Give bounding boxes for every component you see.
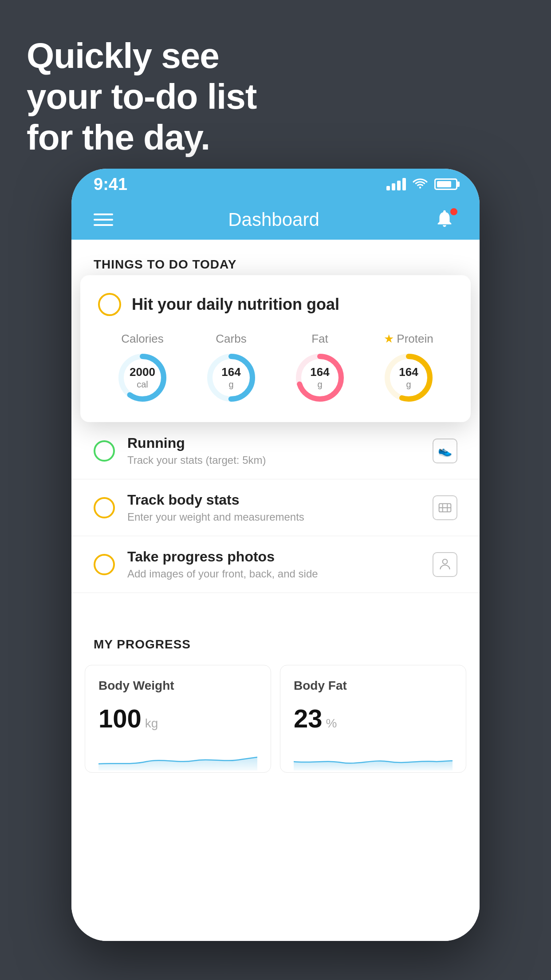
carbs-label: Carbs: [216, 332, 246, 346]
body-fat-unit: %: [326, 716, 337, 731]
nutrition-protein: ★ Protein 164 g: [382, 332, 435, 404]
body-fat-chart: [294, 744, 453, 771]
carbs-unit: g: [221, 379, 240, 390]
protein-donut: 164 g: [382, 351, 435, 404]
nav-title: Dashboard: [228, 209, 319, 230]
headline-line2: your to-do list: [27, 76, 256, 117]
fat-donut: 164 g: [293, 351, 346, 404]
progress-section-title: MY PROGRESS: [85, 637, 466, 652]
list-item-body-stats[interactable]: Track body stats Enter your weight and m…: [71, 479, 480, 536]
running-subtitle: Track your stats (target: 5km): [127, 454, 457, 466]
calories-label: Calories: [121, 332, 163, 346]
body-fat-card[interactable]: Body Fat 23 %: [280, 665, 466, 773]
fat-unit: g: [310, 379, 329, 390]
fat-label: Fat: [311, 332, 328, 346]
body-weight-card-title: Body Weight: [98, 679, 257, 693]
status-time: 9:41: [94, 175, 127, 194]
photos-title: Take progress photos: [127, 549, 457, 565]
nutrition-card: Hit your daily nutrition goal Calories 2…: [80, 275, 471, 422]
nutrition-fat: Fat 164 g: [293, 332, 346, 404]
list-item-running[interactable]: Running Track your stats (target: 5km) 👟: [71, 423, 480, 479]
person-icon-box: [433, 552, 457, 577]
protein-star-icon: ★: [384, 332, 394, 346]
body-weight-value: 100: [98, 703, 142, 733]
calories-value: 2000: [130, 365, 155, 379]
body-stats-title: Track body stats: [127, 492, 457, 508]
body-fat-card-title: Body Fat: [294, 679, 453, 693]
signal-bars-icon: [386, 178, 406, 190]
nutrition-carbs: Carbs 164 g: [205, 332, 258, 404]
progress-section: MY PROGRESS Body Weight 100 kg: [71, 620, 480, 786]
nav-bar: Dashboard: [71, 200, 480, 240]
phone-content: THINGS TO DO TODAY Hit your daily nutrit…: [71, 240, 480, 941]
nutrition-calories: Calories 2000 cal: [116, 332, 169, 404]
svg-point-12: [443, 559, 448, 564]
calories-unit: cal: [130, 379, 155, 390]
wifi-icon: [412, 176, 428, 193]
card-header-row: Hit your daily nutrition goal: [98, 293, 453, 316]
headline-line1: Quickly see: [27, 36, 256, 76]
person-icon: [438, 557, 452, 572]
calories-donut: 2000 cal: [116, 351, 169, 404]
nutrition-items-row: Calories 2000 cal Carbs: [98, 332, 453, 404]
running-icon-box: 👟: [433, 439, 457, 463]
nutrition-check-circle[interactable]: [98, 293, 121, 316]
headline-line3: for the day.: [27, 117, 256, 158]
photos-check-circle: [94, 554, 115, 575]
protein-label: ★ Protein: [384, 332, 433, 346]
carbs-value: 164: [221, 365, 240, 379]
todo-list: Running Track your stats (target: 5km) 👟…: [71, 423, 480, 593]
things-to-do-section: THINGS TO DO TODAY: [71, 240, 480, 281]
running-check-circle: [94, 440, 115, 462]
status-icons: [386, 176, 457, 193]
body-weight-unit: kg: [145, 716, 158, 731]
body-stats-subtitle: Enter your weight and measurements: [127, 511, 457, 523]
body-stats-check-circle: [94, 497, 115, 518]
battery-icon: [434, 178, 457, 190]
fat-value: 164: [310, 365, 329, 379]
notification-dot: [450, 208, 457, 215]
protein-value: 164: [399, 365, 418, 379]
progress-cards-row: Body Weight 100 kg: [85, 665, 466, 773]
body-fat-value: 23: [294, 703, 323, 733]
nutrition-card-title: Hit your daily nutrition goal: [132, 295, 339, 314]
carbs-donut: 164 g: [205, 351, 258, 404]
things-to-do-title: THINGS TO DO TODAY: [94, 257, 236, 271]
body-weight-card[interactable]: Body Weight 100 kg: [85, 665, 271, 773]
headline: Quickly see your to-do list for the day.: [27, 36, 256, 158]
shoe-icon: 👟: [438, 444, 452, 458]
list-item-progress-photos[interactable]: Take progress photos Add images of your …: [71, 536, 480, 593]
protein-unit: g: [399, 379, 418, 390]
notification-bell-icon[interactable]: [434, 208, 457, 231]
hamburger-menu[interactable]: [94, 213, 113, 226]
phone-frame: 9:41 Dashboard: [71, 169, 480, 941]
status-bar: 9:41: [71, 169, 480, 200]
body-weight-chart: [98, 744, 257, 771]
photos-subtitle: Add images of your front, back, and side: [127, 568, 457, 580]
scale-icon-box: [433, 495, 457, 520]
scale-icon: [438, 501, 452, 515]
running-title: Running: [127, 435, 457, 451]
